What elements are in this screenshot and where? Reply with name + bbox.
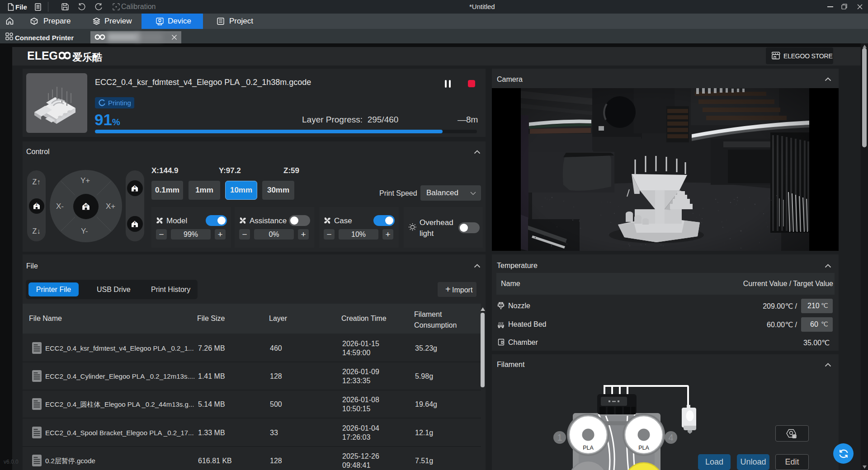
- svg-text:all: all: [84, 204, 88, 207]
- svg-text:1: 1: [557, 432, 562, 442]
- svg-text:4: 4: [668, 432, 673, 442]
- svg-text:PLA: PLA: [638, 445, 649, 451]
- svg-text:X: X: [134, 185, 136, 188]
- svg-text:Z: Z: [36, 203, 38, 206]
- svg-text:PLA: PLA: [583, 445, 594, 451]
- svg-text:Y: Y: [134, 221, 136, 224]
